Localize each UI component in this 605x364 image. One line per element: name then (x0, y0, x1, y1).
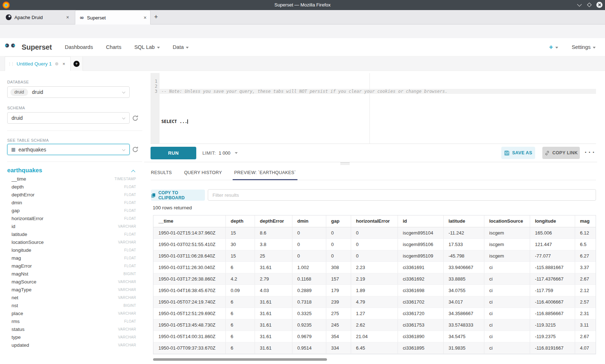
schema-column-row: netVARCHAR (7, 294, 136, 301)
unsaved-indicator-dot (55, 62, 58, 65)
nav-item-data[interactable]: Data (173, 44, 189, 50)
table-cell: 31.61 (255, 331, 292, 342)
schema-column-row: typeVARCHAR (7, 333, 136, 341)
table-cell: -45.798 (443, 250, 484, 261)
results-header-cell[interactable]: id (398, 215, 443, 227)
column-name: nst (12, 303, 124, 308)
results-header-cell[interactable]: dmin (292, 215, 326, 227)
navbar-right: + Settings (549, 43, 596, 51)
table-schema-title[interactable]: earthquakes (7, 167, 42, 174)
table-select[interactable]: ▦ earthquakes (7, 144, 130, 155)
table-cell: 275 (326, 308, 351, 319)
drag-handle-icon[interactable]: ⋮⋮ (8, 62, 14, 66)
results-header-cell[interactable]: horizontalError (351, 215, 398, 227)
column-type: FLOAT (124, 209, 136, 213)
nav-item-sql-lab[interactable]: SQL Lab (134, 44, 160, 50)
table-cell: -116.8856667 (530, 308, 575, 319)
chevron-down-icon (122, 90, 125, 94)
horizontal-scrollbar[interactable] (153, 358, 327, 361)
table-cell: 0.9679 (292, 331, 326, 342)
refresh-table-icon[interactable] (132, 146, 139, 153)
column-name: __time (12, 176, 115, 182)
superset-logo-icon[interactable] (5, 42, 19, 52)
table-cell: -117.4376667 (530, 273, 575, 285)
results-header-cell[interactable]: __time (153, 215, 225, 227)
editor-gutter: 1 2 3 (151, 73, 160, 144)
chevron-up-icon[interactable] (131, 170, 135, 174)
save-icon (504, 150, 510, 156)
column-name: updated (12, 342, 118, 348)
column-name: status (12, 327, 118, 332)
table-cell: 0 (326, 227, 351, 238)
database-select[interactable]: druid druid (7, 86, 130, 98)
superset-brand[interactable]: Superset (22, 43, 52, 51)
tab-preview-earthquakes[interactable]: PREVIEW: `EARTHQUAKES` (234, 166, 296, 180)
table-cell: 3.37 (575, 261, 596, 273)
tab-query-history[interactable]: QUERY HISTORY (184, 166, 222, 180)
column-type: TIMESTAMP (115, 177, 136, 181)
table-cell: 6 (225, 331, 255, 342)
more-options-icon[interactable]: • • • (583, 150, 596, 154)
table-cell: ci (484, 308, 530, 319)
table-cell: 3.8 (255, 238, 292, 250)
tab-results[interactable]: RESULTS (151, 166, 172, 180)
column-type: VARCHAR (118, 343, 136, 347)
schema-column-row: magTypeVARCHAR (7, 286, 136, 294)
query-tab-close-icon[interactable]: × (63, 61, 66, 67)
results-header-cell[interactable]: mag (575, 215, 596, 227)
table-cell: -117.759 (530, 285, 575, 296)
copy-to-clipboard-button[interactable]: COPY TO CLIPBOARD (151, 190, 205, 201)
table-cell: 1950-01-05T13:45:48.730Z (153, 319, 225, 331)
superset-navbar: Superset Dashboards Charts SQL Lab Data … (0, 38, 605, 56)
results-header-cell[interactable]: longitude (530, 215, 575, 227)
browser-tab-superset[interactable]: ∞ Superset × (75, 10, 151, 25)
new-tab-button[interactable]: + (154, 13, 158, 21)
table-cell: 2.62 (351, 319, 398, 331)
tab-close-icon[interactable]: × (66, 14, 69, 20)
table-cell: 0 (326, 238, 351, 250)
table-cell: ci (484, 296, 530, 308)
table-cell: 4.2 (225, 273, 255, 285)
settings-menu[interactable]: Settings (572, 44, 596, 50)
results-header-cell[interactable]: latitude (443, 215, 484, 227)
sql-editor[interactable]: 1 2 3 -- Note: Unless you save your quer… (151, 73, 596, 144)
add-new-button[interactable]: + (549, 43, 558, 51)
results-header-cell[interactable]: depthError (255, 215, 292, 227)
schema-select[interactable]: druid (7, 112, 130, 124)
nav-item-charts[interactable]: Charts (106, 44, 121, 50)
schema-value: druid (12, 115, 23, 121)
window-close-icon[interactable] (596, 2, 602, 8)
table-cell: 4.07 (575, 342, 596, 354)
filter-results-input[interactable] (208, 189, 596, 201)
table-cell: -119.3215 (530, 319, 575, 331)
results-header-cell[interactable]: gap (326, 215, 351, 227)
results-header-cell[interactable]: locationSource (484, 215, 530, 227)
query-tab-label: Untitled Query 1 (17, 61, 52, 67)
table-row: 1950-01-07T09:37:33.670Z631.610.95143346… (153, 342, 596, 354)
table-cell: ci3361890 (398, 331, 443, 342)
table-cell: 15 (225, 227, 255, 238)
add-query-tab-tile[interactable]: + (71, 56, 83, 71)
tab-close-icon[interactable]: × (144, 15, 147, 21)
add-query-tab-icon[interactable]: + (73, 61, 80, 67)
browser-tab-apache-druid[interactable]: Apache Druid × (2, 10, 73, 24)
limit-dropdown[interactable]: LIMIT: 1 000 (202, 150, 238, 156)
table-cell: ci3361698 (398, 285, 443, 296)
results-table: __timedepthdepthErrordmingaphorizontalEr… (153, 215, 596, 354)
table-cell: 2.79 (255, 273, 292, 285)
refresh-schema-icon[interactable] (132, 115, 139, 122)
query-tab-untitled[interactable]: ⋮⋮ Untitled Query 1 × (5, 56, 71, 71)
table-cell: ci3361720 (398, 308, 443, 319)
results-header-cell[interactable]: depth (225, 215, 255, 227)
copy-link-button[interactable]: COPY LINK (542, 147, 580, 159)
resize-grip-icon[interactable] (340, 163, 350, 166)
save-as-button[interactable]: SAVE AS (501, 147, 535, 159)
table-cell: 354 (326, 331, 351, 342)
table-cell: iscgem895104 (398, 227, 443, 238)
schema-column-row: __timeTIMESTAMP (7, 175, 136, 183)
schema-column-row: rmsFLOAT (7, 317, 136, 325)
nav-item-dashboards[interactable]: Dashboards (65, 44, 93, 50)
column-type: VARCHAR (118, 296, 136, 300)
run-button[interactable]: RUN (151, 147, 196, 159)
editor-code-line: SELECT ... (161, 119, 448, 124)
